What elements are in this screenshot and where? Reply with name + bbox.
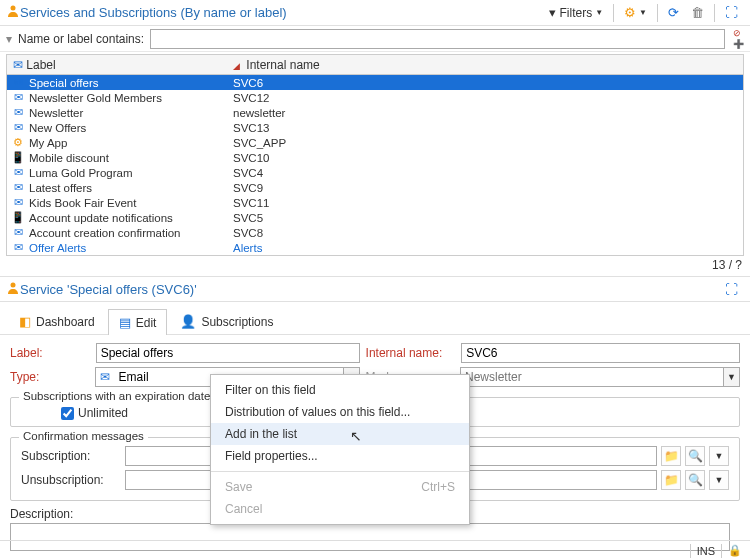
mode-field[interactable] [460, 367, 724, 387]
ctx-field-properties[interactable]: Field properties... [211, 445, 469, 467]
label-field[interactable] [96, 343, 360, 363]
row-icon: ✉ [11, 181, 25, 194]
dashboard-icon: ◧ [19, 314, 31, 329]
grid-header: ✉ Label ◢ Internal name [7, 55, 743, 75]
row-internal: SVC13 [227, 122, 743, 134]
row-icon: ✉ [11, 196, 25, 209]
search-icon: 🔍 [688, 473, 703, 487]
table-row[interactable]: ✉Account creation confirmationSVC8 [7, 225, 743, 240]
tab-subscriptions[interactable]: 👤 Subscriptions [169, 308, 284, 334]
row-internal: SVC9 [227, 182, 743, 194]
funnel-icon: ▾ [549, 5, 556, 20]
separator [657, 4, 658, 22]
row-internal: Alerts [227, 242, 743, 254]
trash-icon: 🗑 [691, 5, 704, 20]
expiration-group-title: Subscriptions with an expiration date [19, 390, 214, 402]
filters-button[interactable]: ▾ Filters ▼ [543, 3, 609, 22]
table-row[interactable]: ✉Newsletternewsletter [7, 105, 743, 120]
row-label: My App [29, 137, 67, 149]
chevron-down-icon: ▼ [715, 475, 724, 485]
tab-edit[interactable]: ▤ Edit [108, 309, 168, 335]
column-header-internal[interactable]: ◢ Internal name [227, 58, 743, 72]
row-internal: SVC_APP [227, 137, 743, 149]
dropdown-caret-icon[interactable]: ▼ [724, 367, 740, 387]
tab-dashboard[interactable]: ◧ Dashboard [8, 308, 106, 334]
person-icon [6, 4, 20, 21]
filter-side-controls: ⊘ ➕ [731, 28, 744, 49]
separator [714, 4, 715, 22]
row-internal: SVC11 [227, 197, 743, 209]
sort-desc-icon: ◢ [233, 61, 240, 71]
table-row[interactable]: ⚙My AppSVC_APP [7, 135, 743, 150]
filter-input[interactable] [150, 29, 725, 49]
row-internal: SVC10 [227, 152, 743, 164]
ctx-distribution[interactable]: Distribution of values on this field... [211, 401, 469, 423]
row-label: Mobile discount [29, 152, 109, 164]
ctx-label: Distribution of values on this field... [225, 405, 410, 419]
unlimited-checkbox[interactable] [61, 407, 74, 420]
tab-bar: ◧ Dashboard ▤ Edit 👤 Subscriptions [0, 302, 750, 335]
refresh-button[interactable]: ⟳ [662, 3, 685, 22]
table-row[interactable]: ✉Luma Gold ProgramSVC4 [7, 165, 743, 180]
status-bar: INS 🔒 [0, 540, 750, 560]
edit-icon: ▤ [119, 315, 131, 330]
row-icon: ✉ [11, 241, 25, 254]
search-button[interactable]: 🔍 [685, 446, 705, 466]
detail-expand-button[interactable]: ⛶ [719, 280, 744, 299]
expand-icon: ⛶ [725, 5, 738, 20]
column-header-label[interactable]: ✉ Label [7, 58, 227, 72]
ctx-add-in-list[interactable]: Add in the list [211, 423, 469, 445]
row-label: Account creation confirmation [29, 227, 181, 239]
dropdown-button[interactable]: ▼ [709, 470, 729, 490]
table-row[interactable]: ✉Special offersSVC6 [7, 75, 743, 90]
row-label: Latest offers [29, 182, 92, 194]
row-label: Account update notifications [29, 212, 173, 224]
table-row[interactable]: ✉Kids Book Fair EventSVC11 [7, 195, 743, 210]
folder-button[interactable]: 📁 [661, 446, 681, 466]
delete-button[interactable]: 🗑 [685, 3, 710, 22]
mode-combo[interactable]: ▼ [460, 367, 740, 387]
dropdown-button[interactable]: ▼ [709, 446, 729, 466]
filter-clear-icon[interactable]: ⊘ [733, 29, 744, 38]
ctx-divider [211, 471, 469, 472]
table-row[interactable]: ✉Latest offersSVC9 [7, 180, 743, 195]
table-row[interactable]: ✉New OffersSVC13 [7, 120, 743, 135]
svg-point-0 [11, 6, 16, 11]
ctx-cancel: Cancel [211, 498, 469, 520]
filters-label: Filters [559, 6, 592, 20]
ctx-label: Save [225, 480, 252, 494]
row-label: Kids Book Fair Event [29, 197, 136, 209]
unsubscription-label: Unsubscription: [21, 473, 121, 487]
envelope-icon: ✉ [95, 367, 115, 387]
separator [613, 4, 614, 22]
row-label: Offer Alerts [29, 242, 86, 254]
row-icon: 📱 [11, 211, 25, 224]
table-row[interactable]: 📱Mobile discountSVC10 [7, 150, 743, 165]
grid-body[interactable]: ✉Special offersSVC6✉Newsletter Gold Memb… [7, 75, 743, 255]
expand-button[interactable]: ⛶ [719, 3, 744, 22]
ctx-save: Save Ctrl+S [211, 476, 469, 498]
row-icon: ⚙ [11, 136, 25, 149]
gear-icon: ⚙ [624, 5, 636, 20]
context-menu: Filter on this field Distribution of val… [210, 374, 470, 525]
ctx-label: Cancel [225, 502, 262, 516]
table-row[interactable]: ✉Newsletter Gold MembersSVC12 [7, 90, 743, 105]
row-icon: ✉ [11, 166, 25, 179]
tab-dashboard-label: Dashboard [36, 315, 95, 329]
folder-button[interactable]: 📁 [661, 470, 681, 490]
tab-subscriptions-label: Subscriptions [201, 315, 273, 329]
table-row[interactable]: 📱Account update notificationsSVC5 [7, 210, 743, 225]
ctx-label: Add in the list [225, 427, 297, 441]
ctx-filter-field[interactable]: Filter on this field [211, 379, 469, 401]
dropdown-caret-icon: ▼ [595, 8, 603, 17]
internal-name-field[interactable] [461, 343, 740, 363]
table-row[interactable]: ✉Offer AlertsAlerts [7, 240, 743, 255]
search-button[interactable]: 🔍 [685, 470, 705, 490]
unlimited-label: Unlimited [78, 406, 128, 420]
filter-add-icon[interactable]: ➕ [733, 40, 744, 49]
internal-field-label: Internal name: [366, 346, 456, 360]
configure-button[interactable]: ⚙ ▼ [618, 3, 653, 22]
grid-footer: 13 / ? [0, 256, 750, 276]
chevron-down-icon: ▼ [715, 451, 724, 461]
row-icon: ✉ [11, 106, 25, 119]
